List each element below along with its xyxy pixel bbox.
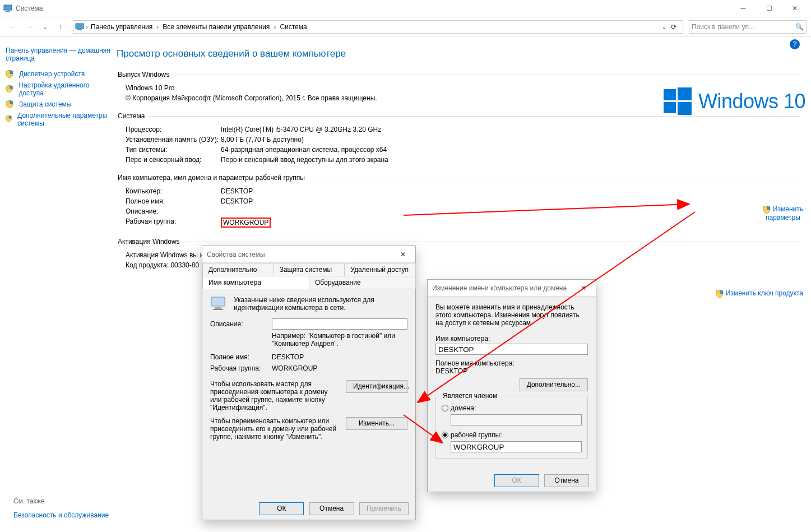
history-dropdown[interactable]: ⌄ (40, 23, 50, 31)
breadcrumb-sep: › (85, 23, 89, 31)
workgroup-highlight: WORKGROUP (221, 218, 271, 228)
see-also: См. также Безопасность и обслуживание (13, 497, 109, 521)
breadcrumbs: Панель управления › Все элементы панели … (89, 22, 661, 32)
dialog-info-text: Указанные ниже сведения используются для… (234, 296, 407, 312)
system-section: Система Процессор:Intel(R) Core(TM) i5-3… (117, 112, 800, 165)
cp-home-link[interactable]: Панель управления — домашняя страница (6, 45, 112, 64)
pen-label: Перо и сенсорный ввод: (126, 156, 221, 164)
computer-name-input[interactable] (435, 344, 588, 355)
radio-on-icon (442, 432, 448, 438)
comp-label: Компьютер: (126, 187, 221, 195)
dialog2-header[interactable]: Изменение имени компьютера или домена ✕ (428, 280, 596, 297)
refresh-button[interactable]: ⟳ (667, 23, 680, 31)
search-icon: 🔍 (795, 23, 804, 31)
identify-button[interactable]: Идентификация... (346, 380, 407, 393)
system-legend: Система (117, 112, 149, 120)
computer-icon (75, 22, 85, 32)
member-groupbox: Является членом домена: рабочей группы: (435, 396, 588, 459)
shield-icon (763, 206, 771, 214)
shield-icon (6, 85, 13, 93)
comp-value: DESKTOP (221, 187, 800, 195)
edition-legend: Выпуск Windows (117, 71, 174, 78)
domain-radio[interactable]: домена: (442, 404, 582, 412)
d2-ok-button[interactable]: ОК (494, 474, 539, 487)
radio-off-icon (442, 405, 448, 411)
svg-rect-6 (664, 102, 676, 113)
d2-fullname-label: Полное имя компьютера: (435, 359, 588, 367)
close-button[interactable]: ✕ (782, 0, 808, 17)
cpu-value: Intel(R) Core(TM) i5-3470 CPU @ 3.20GHz … (221, 126, 800, 133)
more-button[interactable]: Дополнительно... (520, 378, 588, 391)
dialog-header[interactable]: Свойства системы ✕ (202, 246, 415, 263)
change-name-dialog: Изменение имени компьютера или домена ✕ … (427, 279, 596, 492)
apply-button[interactable]: Применить (359, 502, 409, 515)
addr-dropdown[interactable]: ⌄ (661, 23, 667, 31)
d2-info: Вы можете изменить имя и принадлежность … (435, 303, 588, 327)
svg-rect-8 (211, 297, 225, 306)
rename-text: Чтобы переименовать компьютер или присое… (210, 417, 340, 441)
svg-rect-7 (678, 102, 692, 115)
up-button[interactable]: ↑ (53, 19, 68, 35)
dialog-tabs: Дополнительно Защита системы Удаленный д… (202, 263, 415, 289)
shield-icon (6, 70, 13, 78)
d2-cancel-button[interactable]: Отмена (544, 474, 589, 487)
wg-label: Рабочая группа: (126, 218, 221, 228)
compname-legend: Имя компьютера, имя домена и параметры р… (117, 174, 309, 182)
svg-rect-5 (678, 87, 692, 100)
change-button[interactable]: Изменить... (346, 417, 407, 430)
d1-wg-label: Рабочая группа: (210, 364, 272, 372)
sidebar-item-devicemgr[interactable]: Диспетчер устройств (6, 68, 112, 80)
desc-field-label: Описание: (210, 320, 266, 328)
wizard-text: Чтобы использовать мастер для присоедине… (210, 380, 340, 411)
domain-input[interactable] (451, 414, 582, 425)
shield-icon (6, 115, 12, 123)
sidebar-item-protection[interactable]: Защита системы (6, 99, 112, 110)
maximize-button[interactable]: ☐ (756, 0, 782, 17)
change-settings-link[interactable]: Изменитьпараметры (763, 205, 803, 221)
svg-rect-3 (77, 29, 82, 30)
workgroup-radio[interactable]: рабочей группы: (442, 431, 582, 439)
tab-remote[interactable]: Удаленный доступ (344, 263, 416, 276)
close-icon[interactable]: ✕ (576, 284, 591, 292)
workgroup-input[interactable] (451, 441, 582, 452)
systype-value: 64-разрядная операционная система, проце… (221, 146, 800, 154)
desc-example: Например: "Компьютер в гостиной" или "Ко… (272, 332, 407, 348)
windows-flag-icon (664, 87, 692, 115)
tab-hardware[interactable]: Оборудование (309, 276, 416, 289)
address-bar[interactable]: › Панель управления › Все элементы панел… (73, 20, 683, 34)
forward-button[interactable]: → (22, 19, 38, 35)
search-input[interactable]: Поиск в панели уп... 🔍 (689, 20, 807, 34)
minimize-button[interactable]: ─ (730, 0, 756, 17)
titlebar: Система ─ ☐ ✕ (0, 0, 811, 17)
sidebar-item-remote[interactable]: Настройка удаленного доступа (6, 80, 112, 99)
shield-icon (716, 290, 724, 298)
page-title: Просмотр основных сведений о вашем компь… (117, 48, 800, 59)
svg-rect-1 (6, 11, 10, 12)
svg-rect-2 (76, 24, 84, 29)
pen-value: Перо и сенсорный ввод недоступны для это… (221, 156, 800, 164)
d1-wg: WORKGROUP (272, 364, 317, 372)
system-properties-dialog: Свойства системы ✕ Дополнительно Защита … (202, 246, 416, 520)
window-title: Система (16, 4, 730, 12)
sidebar-item-advanced[interactable]: Дополнительные параметры системы (6, 110, 112, 129)
change-key-link[interactable]: Изменить ключ продукта (716, 289, 803, 298)
crumb-1[interactable]: Все элементы панели управления (161, 22, 271, 32)
tab-computername[interactable]: Имя компьютера (202, 276, 309, 289)
crumb-2[interactable]: Система (278, 22, 308, 32)
back-button[interactable]: ← (4, 19, 20, 35)
description-input[interactable] (272, 318, 407, 330)
dialog-title: Свойства системы (207, 251, 395, 258)
security-maintenance-link[interactable]: Безопасность и обслуживание (13, 510, 109, 521)
d1-fullname: DESKTOP (272, 353, 304, 361)
crumb-0[interactable]: Панель управления (89, 22, 154, 32)
see-also-label: См. также (13, 497, 109, 505)
svg-rect-10 (213, 309, 223, 310)
ok-button[interactable]: ОК (259, 502, 304, 515)
ram-label: Установленная память (ОЗУ): (126, 136, 221, 144)
search-placeholder: Поиск в панели уп... (692, 23, 795, 31)
tab-protection[interactable]: Защита системы (274, 263, 345, 276)
tab-advanced[interactable]: Дополнительно (202, 263, 274, 276)
cancel-button[interactable]: Отмена (309, 502, 354, 515)
svg-rect-0 (4, 5, 12, 10)
close-icon[interactable]: ✕ (395, 251, 411, 258)
